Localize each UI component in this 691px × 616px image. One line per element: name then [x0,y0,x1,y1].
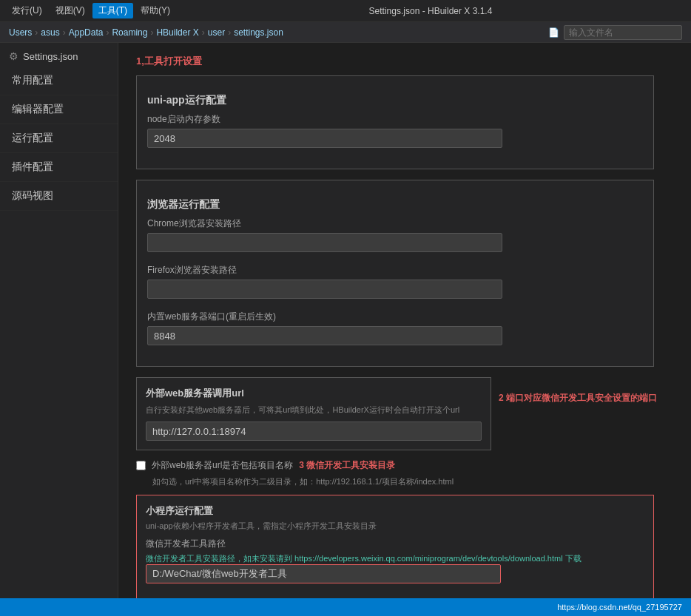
node-mem-label: node启动内存参数 [147,113,643,126]
annotation-3: 3 微信开发工具安装目录 [299,459,395,472]
breadcrumb-hbuilder[interactable]: HBuilder X [156,27,198,38]
breadcrumb-search-area: 📄 [548,25,682,40]
browser-title: 浏览器运行配置 [147,198,643,211]
uniapp-title: uni-app运行配置 [147,94,643,107]
breadcrumb-user[interactable]: user [208,27,225,38]
chrome-label: Chrome浏览器安装路径 [147,217,643,230]
sidebar-item-source[interactable]: 源码视图 [0,182,118,211]
weixin-group: 微信开发者工具路径 微信开发者工具安装路径，如未安装请到 https://dev… [146,538,644,583]
miniprogram-title: 小程序运行配置 [146,504,644,518]
weixin-path-input[interactable] [146,564,501,583]
gear-icon: ⚙ [9,50,18,62]
breadcrumb-users[interactable]: Users [9,27,32,38]
weixin-label: 微信开发者工具路径 [146,538,644,550]
chrome-group: Chrome浏览器安装路径 [147,217,643,252]
weixin-download-link[interactable]: https://developers.weixin.qq.com/minipro… [294,554,563,563]
menu-help[interactable]: 帮助(Y) [135,3,176,18]
title-bar: 发行(U) 视图(V) 工具(T) 帮助(Y) Settings.json - … [0,0,691,22]
breadcrumb-sep-2: › [63,27,66,38]
breadcrumb-appdata[interactable]: AppData [69,27,104,38]
status-url: https://blog.csdn.net/qq_27195727 [557,603,682,612]
breadcrumb-settings[interactable]: settings.json [234,27,283,38]
menu-tools[interactable]: 工具(T) [92,3,133,18]
sidebar-item-plugin[interactable]: 插件配置 [0,153,118,182]
breadcrumb-sep-3: › [106,27,109,38]
status-bar: https://blog.csdn.net/qq_27195727 [0,598,691,616]
content-area: 1,工具打开设置 uni-app运行配置 node启动内存参数 浏览器运行配置 … [118,43,691,598]
browser-section: 浏览器运行配置 Chrome浏览器安装路径 Firefox浏览器安装路径 内置w… [136,180,654,367]
annotation-1: 1,工具打开设置 [136,55,673,68]
sidebar: ⚙ Settings.json 常用配置 编辑器配置 运行配置 插件配置 源码视… [0,43,118,598]
breadcrumb-asus[interactable]: asus [41,27,59,38]
breadcrumb-sep-6: › [228,27,231,38]
breadcrumb-sep-1: › [35,27,38,38]
sidebar-item-editor[interactable]: 编辑器配置 [0,95,118,124]
menu-view[interactable]: 视图(V) [50,3,91,18]
external-web-desc: 自行安装好其他web服务器后，可将其url填到此处，HBuilderX运行时会自… [146,405,482,416]
miniprogram-section: 小程序运行配置 uni-app依赖小程序开发者工具，需指定小程序开发工具安装目录… [136,495,654,598]
firefox-group: Firefox浏览器安装路径 [147,264,643,299]
chrome-input[interactable] [147,233,502,252]
breadcrumb-roaming[interactable]: Roaming [112,27,147,38]
include-project-label: 外部web服务器url是否包括项目名称 [152,459,293,472]
firefox-input[interactable] [147,280,502,299]
include-project-desc: 如勾选，url中将项目名称作为二级目录，如：http://192.168.1.1… [152,476,673,487]
external-web-title: 外部web服务器调用url [146,387,482,400]
port-label: 内置web服务器端口(重启后生效) [147,311,643,323]
miniprogram-desc: uni-app依赖小程序开发者工具，需指定小程序开发工具安装目录 [146,521,644,532]
menu-bar: 发行(U) 视图(V) 工具(T) 帮助(Y) [6,3,176,18]
node-mem-group: node启动内存参数 [147,113,643,148]
annotation-2: 2 端口对应微信开发工具安全设置的端口 [499,393,657,403]
file-icon: 📄 [548,27,559,38]
weixin-link-text: 微信开发者工具安装路径，如未安装请到 [146,554,292,563]
sidebar-file-settings[interactable]: ⚙ Settings.json [0,46,118,67]
breadcrumb-sep-5: › [202,27,205,38]
sidebar-item-common[interactable]: 常用配置 [0,67,118,95]
main-layout: ⚙ Settings.json 常用配置 编辑器配置 运行配置 插件配置 源码视… [0,43,691,598]
node-mem-input[interactable] [147,129,502,148]
uniapp-section: uni-app运行配置 node启动内存参数 [136,75,654,169]
external-web-box: 外部web服务器调用url 自行安装好其他web服务器后，可将其url填到此处，… [136,377,491,450]
weixin-link-row: 微信开发者工具安装路径，如未安装请到 https://developers.we… [146,553,644,564]
weixin-link-suffix: 下载 [565,554,582,563]
firefox-label: Firefox浏览器安装路径 [147,264,643,277]
port-group: 内置web服务器端口(重启后生效) [147,311,643,345]
search-input[interactable] [564,25,682,40]
sidebar-item-run[interactable]: 运行配置 [0,124,118,153]
port-input[interactable] [147,326,502,345]
menu-publish[interactable]: 发行(U) [6,3,48,18]
sidebar-file-label: Settings.json [23,51,78,62]
window-title: Settings.json - HBuilder X 3.1.4 [176,6,685,16]
checkbox-include-project-row: 外部web服务器url是否包括项目名称 3 微信开发工具安装目录 [136,459,673,472]
external-web-url-input[interactable] [146,422,482,441]
breadcrumb-sep-4: › [150,27,153,38]
breadcrumb: Users › asus › AppData › Roaming › HBuil… [0,22,691,43]
include-project-checkbox[interactable] [136,461,146,470]
